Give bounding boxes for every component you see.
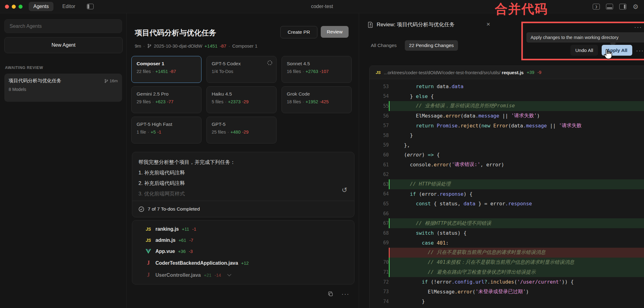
changed-file-row[interactable]: JSadmin.js+61-7	[132, 237, 354, 243]
prompt-card: 帮我完整分析整个项目，并完成下列任务：1. 补充前端代码注释2. 补充后端代码注…	[132, 152, 354, 217]
todos-status-row[interactable]: 7 of 7 To-dos Completed	[132, 201, 354, 217]
code-content: ElMessage.error(data.message || '请求失败')	[389, 111, 644, 121]
code-line: // 只在不是获取当前用户信息的请求时显示错误消息	[370, 248, 644, 258]
zoom-window-icon[interactable]	[19, 5, 23, 9]
file-name: CoderTestBackendApplication.java	[155, 260, 238, 266]
more-options-icon[interactable]: ···	[341, 291, 350, 297]
git-branch-icon	[147, 44, 152, 48]
model-stats: 5 files·+2373-29	[212, 99, 271, 104]
changed-file-row[interactable]: App.vue+36-3	[132, 249, 354, 254]
line-number: 72	[370, 279, 389, 285]
model-card[interactable]: GPT-5 High Fast1 file·+5-1	[131, 117, 201, 143]
model-card[interactable]: Gemini 2.5 Pro29 files·+623-77	[131, 86, 201, 113]
line-number: 70	[370, 259, 389, 265]
model-card[interactable]: GPT-525 files·+480-29	[206, 117, 277, 143]
close-window-icon[interactable]	[5, 5, 9, 9]
model-card[interactable]: GPT-5 Codex1/4 To-Dos	[206, 56, 277, 83]
model-files-count: 1/4 To-Dos	[212, 69, 233, 74]
code-line: 58 }	[370, 130, 644, 140]
copy-icon[interactable]	[328, 291, 333, 297]
file-additions: +61	[179, 238, 186, 243]
new-agent-button[interactable]: New Agent	[4, 37, 123, 53]
sidebar-toggle-icon[interactable]	[87, 4, 94, 9]
model-additions: +5	[150, 130, 156, 135]
file-name: App.vue	[155, 249, 175, 254]
model-name: Grok Code	[287, 91, 346, 97]
file-path-prefix: ...orktrees/coder-test/dOldW/coder-test-…	[384, 70, 501, 75]
model-cards-grid: Composer 122 files·+1451-87GPT-5 Codex1/…	[131, 56, 357, 143]
code-line: 56 ElMessage.error(data.message || '请求失败…	[370, 111, 644, 121]
panel-bottom-icon[interactable]	[606, 4, 613, 10]
changed-file-row[interactable]: JSranking.js+11-1	[132, 226, 354, 232]
minimize-window-icon[interactable]	[12, 5, 16, 9]
code-content: const { status, data } = error.response	[389, 199, 644, 209]
code-line: 68 switch (status) {	[370, 228, 644, 238]
restore-checkpoint-icon[interactable]: ↺	[342, 187, 347, 194]
more-options-icon[interactable]: ···	[636, 47, 644, 53]
code-line: 70 // 401未授权：只在不是获取当前用户信息的请求时显示错误消息	[370, 258, 644, 267]
line-number: 62	[370, 172, 389, 177]
line-number: 69	[370, 240, 389, 246]
file-additions: +11	[182, 227, 189, 232]
changed-file-row[interactable]: JUserController.java+21-14	[132, 272, 354, 278]
line-number: 68	[370, 230, 389, 236]
model-stats: 22 files·+1451-87	[137, 69, 196, 74]
model-card[interactable]: Sonnet 4.516 files·+2763-107	[282, 56, 352, 83]
mouse-cursor-icon	[603, 49, 613, 60]
agents-sidebar: New Agent AWAITING REVIEW 项目代码分析与优化任务 16…	[0, 13, 127, 308]
model-files-count: 29 files	[137, 99, 151, 104]
chevron-down-icon[interactable]	[227, 274, 231, 276]
model-additions: +2373	[228, 99, 241, 104]
line-number: 67	[370, 220, 389, 226]
code-line: 72 if (!error.config.url?.includes('/use…	[370, 277, 644, 287]
code-content: return data.data	[389, 82, 644, 92]
file-path-bar[interactable]: JS ...orktrees/coder-test/dOldW/coder-te…	[370, 66, 644, 79]
line-number: 59	[370, 142, 389, 148]
branch-name[interactable]: 2025-10-30-djat-dOldW	[154, 43, 202, 49]
tab-all-changes[interactable]: All Changes	[367, 40, 400, 51]
code-content: ElMessage.error('未登录或登录已过期')	[389, 287, 644, 297]
code-content: // 只在不是获取当前用户信息的请求时显示错误消息	[389, 248, 644, 258]
code-content: // 业务错误，显示错误消息并拒绝Promise	[389, 101, 644, 111]
model-files-count: 1 file	[137, 130, 146, 135]
model-card[interactable]: Haiku 4.55 files·+2373-29	[206, 86, 277, 113]
close-review-icon[interactable]: ×	[486, 20, 490, 28]
tab-pending-changes[interactable]: 22 Pending Changes	[405, 40, 458, 51]
code-line: 57 return Promise.reject(new Error(data.…	[370, 121, 644, 130]
more-options-icon[interactable]: ···	[634, 24, 642, 30]
code-line: 67 // 根据HTTP状态码处理不同错误	[370, 218, 644, 228]
tab-editor[interactable]: Editor	[58, 2, 80, 11]
create-pr-button[interactable]: Create PR	[280, 26, 317, 38]
model-additions: +623	[155, 99, 166, 104]
agent-item-models: 8 Models	[9, 87, 118, 92]
tab-agents[interactable]: Agents	[29, 2, 53, 11]
line-number: 66	[370, 211, 389, 216]
branch-deletions: -87	[220, 43, 227, 49]
model-additions: +1952	[306, 99, 318, 104]
todos-status-text: 7 of 7 To-dos Completed	[148, 206, 200, 212]
model-stats: 1 file·+5-1	[137, 130, 196, 135]
code-line: 64 if (error.response) {	[370, 189, 644, 199]
model-card[interactable]: Grok Code18 files·+1952-425	[282, 86, 352, 113]
file-deletions: -7	[189, 238, 193, 243]
panel-right-icon[interactable]	[619, 4, 626, 10]
prompt-text: 帮我完整分析整个项目，并完成下列任务：1. 补充前端代码注释2. 补充后端代码注…	[132, 152, 354, 201]
model-deletions: -29	[242, 130, 248, 135]
git-branch-icon	[104, 79, 108, 83]
window-controls	[5, 5, 23, 9]
undo-all-button[interactable]: Undo All	[570, 45, 598, 56]
model-deletions: -87	[170, 69, 176, 74]
search-input[interactable]	[4, 19, 122, 33]
changed-files-card: JSranking.js+11-1JSadmin.js+61-7App.vue+…	[132, 220, 354, 284]
settings-gear-icon[interactable]: ⚙	[633, 3, 638, 10]
line-number: 63	[370, 182, 389, 187]
model-stats: 16 files·+2763-107	[287, 69, 346, 74]
panel-left-arrow-icon[interactable]: ❯	[593, 4, 600, 10]
prompt-line: 1. 补充前端代码注释	[138, 167, 348, 178]
file-name: request.js	[502, 70, 524, 75]
agent-list-item[interactable]: 项目代码分析与优化任务 16m 8 Models	[4, 74, 122, 102]
review-button[interactable]: Review	[321, 26, 349, 38]
model-card[interactable]: Composer 122 files·+1451-87	[131, 56, 201, 83]
changed-file-row[interactable]: JCoderTestBackendApplication.java+12	[132, 260, 354, 266]
code-line: 73 ElMessage.error('未登录或登录已过期')	[370, 287, 644, 297]
